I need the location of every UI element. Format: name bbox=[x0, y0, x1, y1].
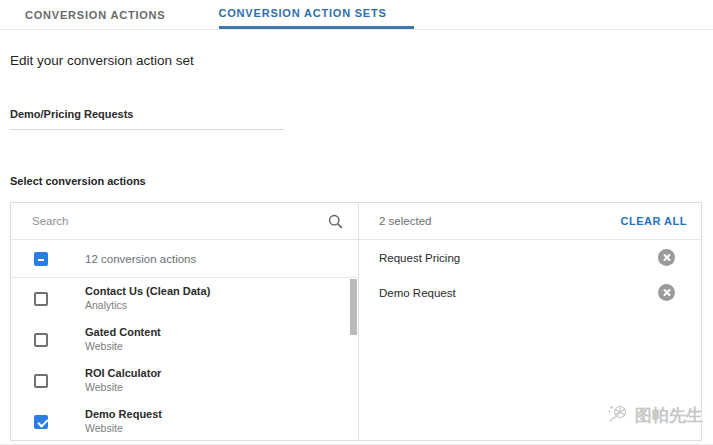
tab-conversion-action-sets[interactable]: CONVERSION ACTION SETS bbox=[219, 0, 414, 29]
option-text: ROI Calculator Website bbox=[85, 367, 161, 395]
option-checkbox[interactable] bbox=[34, 292, 48, 306]
option-subtitle: Website bbox=[85, 381, 161, 394]
dandelion-icon bbox=[606, 403, 630, 427]
option-checkbox[interactable] bbox=[34, 415, 48, 429]
select-all-row: 12 conversion actions bbox=[11, 240, 358, 278]
picker-label: Select conversion actions bbox=[10, 175, 146, 187]
search-icon[interactable] bbox=[327, 213, 344, 230]
scrollbar-thumb[interactable] bbox=[350, 279, 357, 335]
remove-icon[interactable] bbox=[658, 284, 675, 301]
option-subtitle: Website bbox=[85, 422, 162, 435]
option-checkbox[interactable] bbox=[34, 374, 48, 388]
option-title: ROI Calculator bbox=[85, 367, 161, 381]
option-text: Contact Us (Clean Data) Analytics bbox=[85, 285, 210, 313]
option-text: Demo Request Website bbox=[85, 408, 162, 436]
page-title: Edit your conversion action set bbox=[10, 53, 194, 68]
option-subtitle: Website bbox=[85, 340, 161, 353]
option-title: Gated Content bbox=[85, 326, 161, 340]
tab-conversion-actions[interactable]: CONVERSION ACTIONS bbox=[25, 0, 166, 29]
available-actions-panel: 12 conversion actions Contact Us (Clean … bbox=[11, 203, 359, 440]
option-subtitle: Analytics bbox=[85, 299, 210, 312]
set-name-input[interactable] bbox=[10, 108, 284, 130]
option-title: Demo Request bbox=[85, 408, 162, 422]
option-row[interactable]: Contact Us (Clean Data) Analytics bbox=[11, 278, 358, 319]
selected-count: 2 selected bbox=[379, 215, 431, 227]
selected-item-label: Request Pricing bbox=[379, 252, 460, 264]
watermark-text: 图帕先生 bbox=[635, 404, 703, 427]
select-all-label: 12 conversion actions bbox=[85, 253, 196, 265]
selected-item-row: Demo Request bbox=[359, 275, 701, 310]
select-all-checkbox[interactable] bbox=[34, 252, 48, 266]
tab-bar: CONVERSION ACTIONS CONVERSION ACTION SET… bbox=[0, 0, 713, 30]
option-row[interactable]: Demo Request Website bbox=[11, 401, 358, 442]
selected-item-label: Demo Request bbox=[379, 287, 456, 299]
conversion-action-picker: 12 conversion actions Contact Us (Clean … bbox=[10, 202, 702, 441]
search-row bbox=[11, 203, 358, 240]
option-title: Contact Us (Clean Data) bbox=[85, 285, 210, 299]
option-row[interactable]: ROI Calculator Website bbox=[11, 360, 358, 401]
clear-all-button[interactable]: CLEAR ALL bbox=[621, 215, 687, 227]
watermark: 图帕先生 bbox=[606, 403, 703, 427]
selected-header: 2 selected CLEAR ALL bbox=[359, 203, 701, 240]
selected-item-row: Request Pricing bbox=[359, 240, 701, 275]
remove-icon[interactable] bbox=[658, 249, 675, 266]
option-row[interactable]: Gated Content Website bbox=[11, 319, 358, 360]
option-checkbox[interactable] bbox=[34, 333, 48, 347]
search-input[interactable] bbox=[32, 215, 327, 227]
option-text: Gated Content Website bbox=[85, 326, 161, 354]
set-name-field-wrapper bbox=[10, 104, 284, 130]
